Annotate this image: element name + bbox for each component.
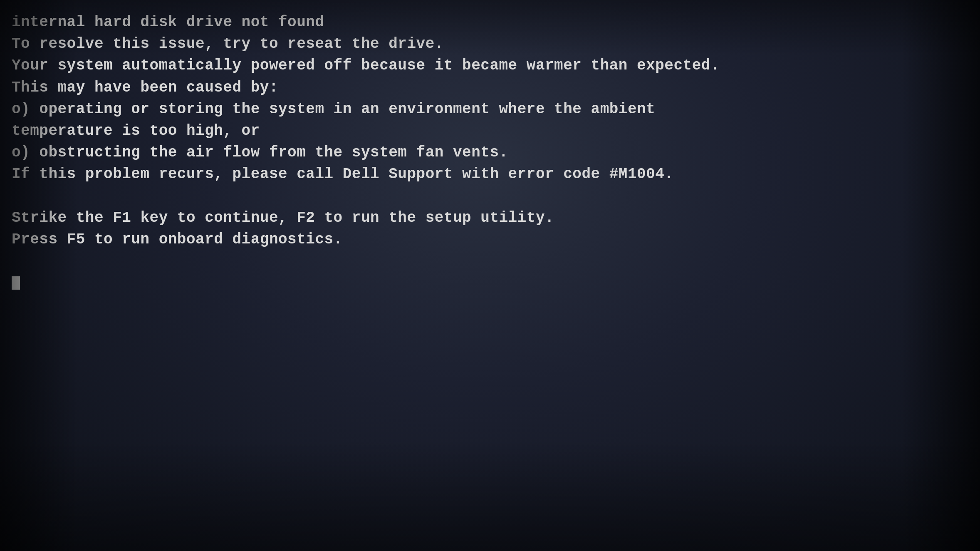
blank-line-2 — [12, 251, 980, 272]
action-line-2: Press F5 to run onboard diagnostics. — [12, 229, 980, 251]
terminal-output: internal hard disk drive not found To re… — [12, 12, 980, 294]
error-line-1: internal hard disk drive not found — [12, 12, 980, 33]
error-line-2: To resolve this issue, try to reseat the… — [12, 33, 980, 55]
error-line-4: This may have been caused by: — [12, 77, 980, 99]
error-line-6: temperature is too high, or — [12, 120, 980, 142]
blank-line-1 — [12, 186, 980, 207]
error-line-8: If this problem recurs, please call Dell… — [12, 164, 980, 185]
error-line-7: o) obstructing the air flow from the sys… — [12, 142, 980, 164]
cursor-line — [12, 272, 980, 294]
error-line-3: Your system automatically powered off be… — [12, 55, 980, 77]
action-line-1: Strike the F1 key to continue, F2 to run… — [12, 207, 980, 229]
terminal-cursor — [12, 276, 20, 290]
error-line-5: o) operating or storing the system in an… — [12, 99, 980, 120]
bios-screen: internal hard disk drive not found To re… — [0, 0, 980, 551]
